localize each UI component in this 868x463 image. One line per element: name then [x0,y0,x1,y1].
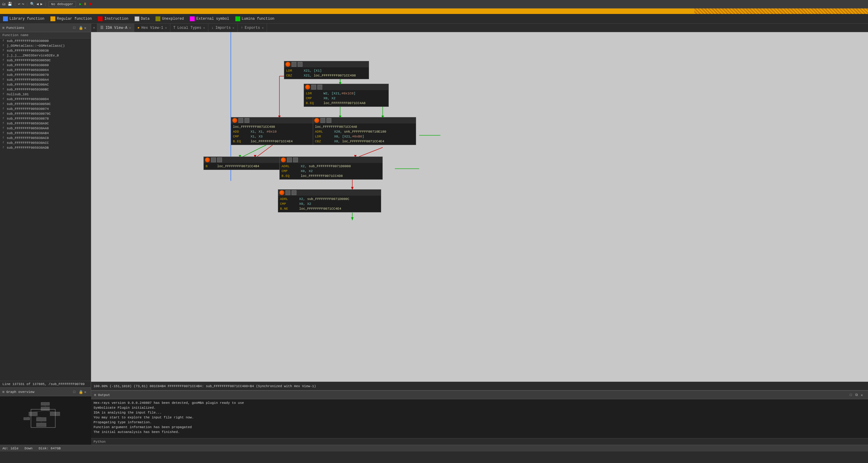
list-item[interactable]: f sub_FFFFFFFF005930074 [0,106,91,111]
func-name: sub_FFFFFFFF005930070 [7,73,49,77]
graph-lock-button[interactable]: 🔒 [79,390,83,394]
node-edit-icon [287,158,292,162]
legend-lumina: Lumina function [236,16,275,21]
tab-ida-view-a[interactable]: ☰ IDA View-A ✕ [97,24,134,32]
list-item[interactable]: f sub_FFFFFFFF0059300A4 [0,77,91,82]
toolbar-separator2: | [26,2,28,6]
func-type-icon: f [1,73,5,77]
list-item[interactable]: f sub_FFFFFFFF005930AC0 [0,136,91,140]
toolbar-icon-search[interactable]: 🔍 [30,2,35,6]
list-item[interactable]: f sub_FFFFFFFF005930AA8 [0,126,91,131]
list-item[interactable]: f sub_FFFFFFFF005930038 [0,48,91,53]
output-close-button[interactable]: ✕ [861,393,865,397]
func-name: j_j_j___ZN9IOServiceD2Ev_0 [7,54,59,57]
functions-close-button[interactable]: ✕ [84,26,88,30]
toolbar-icon-undo[interactable]: ↩ [18,2,20,6]
func-name: sub_FFFFFFFF0059300AC [7,83,49,87]
node-body: ADRL X2, sub_FFFFFFFF0071D0000 CMP X0, X… [280,163,382,179]
python-bar[interactable]: Python [91,438,868,445]
list-item[interactable]: f j_j_j___ZN9IOServiceD2Ev_0 [0,53,91,58]
toolbar-icon-redo[interactable]: ↪ [22,2,24,6]
functions-panel-header: ⊞ Functions □ 🔒 ✕ [0,24,91,32]
list-item[interactable]: f sub_FFFFFFFF0059300D4 [0,97,91,102]
func-type-icon: f [1,68,5,72]
tab-hex-view[interactable]: ● Hex View-1 ✕ [134,24,170,32]
node-args: X21, [X1] [304,68,322,73]
tab-local-types[interactable]: T Local Types ✕ [170,24,208,32]
tab-close-local[interactable]: ✕ [203,26,205,30]
list-item[interactable]: f sub_FFFFFFFF005930AB4 [0,131,91,136]
toolbar-icon-stop[interactable]: ⏹ [89,2,92,6]
node-header [204,157,285,163]
list-item[interactable]: f j_OSMetaClass::~OSMetaClass() [0,43,91,48]
func-type-icon: f [1,112,5,116]
svg-rect-3 [50,412,60,416]
list-item[interactable]: f sub_FFFFFFFF005930070C [0,111,91,116]
tab-close-hex[interactable]: ✕ [165,26,167,30]
graph-close-button[interactable]: ✕ [84,390,88,394]
functions-lock-button[interactable]: 🔒 [79,26,83,30]
list-item[interactable]: f sub_FFFFFFFF005930064 [0,68,91,72]
toolbar-icon-play[interactable]: ▶ [79,2,82,6]
functions-float-button[interactable]: □ [73,26,78,30]
node-loc-cc498[interactable]: loc_FFFFFFFF0071CC498 ADD X1, X1, #0x10 … [231,117,322,145]
node-row: LDR X0, [X21,#0xB0] [315,134,414,139]
list-item[interactable]: f sub_FFFFFFFF0059300BC [0,87,91,92]
legend-color-library [3,16,8,21]
node-body: loc_FFFFFFFF0071CC4A8 ADRL X20, unk_FFFF… [313,124,416,145]
toolbar-icon-pause[interactable]: ⏸ [83,2,87,6]
progress-bar [0,8,868,14]
output-float-button[interactable]: ⧉ [855,393,860,397]
node-ldr-cmp-beq[interactable]: LDR W2, [X21,#0x1C0] CMP X0, X2 B.EQ loc… [304,84,389,107]
tab-close-exports[interactable]: ✕ [262,26,264,30]
graph-canvas[interactable] [0,396,91,445]
list-item[interactable]: f sub_FFFFFFFF005930A9C [0,121,91,126]
node-ldr-cbz[interactable]: LDR X21, [X1] CBZ X21, loc_FFFFFFFF0071C… [284,61,369,79]
output-expand-button[interactable]: □ [850,393,854,397]
list-item[interactable]: f sub_FFFFFFFF005930060 [0,63,91,68]
graph-overview-title: Graph overview [6,390,34,394]
node-globe-icon [232,118,237,123]
tab-close-icon[interactable]: ✕ [91,24,97,32]
node-b-loc[interactable]: B loc_FFFFFFFF0071CC4B4 [204,157,285,170]
functions-title: Functions [6,26,24,30]
toolbar-separator: | [14,2,16,6]
graph-view[interactable]: LDR X21, [X1] CBZ X21, loc_FFFFFFFF0071C… [91,32,868,382]
node-row: CMP X1, X3 [233,134,320,139]
list-item[interactable]: f nullsub_101 [0,92,91,97]
toolbar-icon-nav2[interactable]: ▶ [40,2,42,6]
toolbar-icon-save[interactable]: 💾 [8,2,12,6]
toolbar-separator3: | [44,2,46,6]
list-item[interactable]: f sub_FFFFFFFF0059300AC [0,82,91,87]
list-item[interactable]: f sub_FFFFFFFF005930050C [0,58,91,63]
tab-imports[interactable]: ↓ Imports ✕ [208,24,238,32]
list-item[interactable]: f sub_FFFFFFFF005930000 [0,38,91,43]
graph-float-button[interactable]: □ [73,390,78,394]
func-type-icon: f [1,82,5,87]
func-name: sub_FFFFFFFF005930ADB [7,146,49,150]
node-adrl-cmp-bne-d000c[interactable]: ADRL X2, sub_FFFFFFFF0071D000C CMP X0, X… [278,189,381,212]
list-item[interactable]: f sub_FFFFFFFF005930050C [0,102,91,106]
func-type-icon: f [1,39,5,43]
legend-label-unexplored: Unexplored [162,17,184,21]
tab-bar: ✕ ☰ IDA View-A ✕ ● Hex View-1 ✕ T Local … [91,24,868,32]
list-item[interactable]: f sub_FFFFFFFF005930ACC [0,140,91,145]
toolbar-icon-file[interactable]: 🗂 [2,2,6,6]
function-list-header: Function name [0,32,91,38]
node-adrl-cmp-beq-d0000[interactable]: ADRL X2, sub_FFFFFFFF0071D0000 CMP X0, X… [279,157,383,179]
tab-exports[interactable]: ↑ Exports ✕ [238,24,267,32]
toolbar-debugger[interactable]: No debugger [49,2,76,7]
legend-unexplored: Unexplored [155,16,184,21]
list-item[interactable]: f sub_FFFFFFFF005930878 [0,116,91,121]
legend-label-regular: Regular function [57,17,92,21]
function-column-header: Function name [2,33,29,37]
node-loc-cc4a8[interactable]: loc_FFFFFFFF0071CC4A8 ADRL X20, unk_FFFF… [313,117,416,145]
toolbar-icon-nav[interactable]: ◀ [36,2,38,6]
func-name: sub_FFFFFFFF005930AA8 [7,127,49,130]
scroll-status: Down [25,447,32,450]
function-list[interactable]: f sub_FFFFFFFF005930000 f j_OSMetaClass:… [0,38,91,381]
list-item[interactable]: f sub_FFFFFFFF005930070 [0,72,91,77]
tab-close-imports[interactable]: ✕ [232,26,235,30]
tab-close-ida[interactable]: ✕ [129,26,131,30]
list-item[interactable]: f sub_FFFFFFFF005930ADB [0,145,91,150]
